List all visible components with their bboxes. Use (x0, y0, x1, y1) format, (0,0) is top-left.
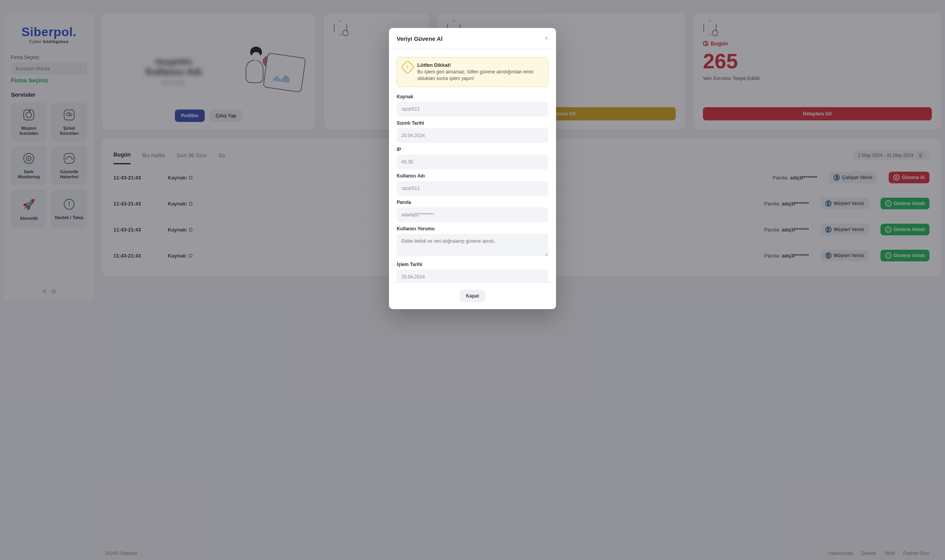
field-label-opdate: İşlem Tarihi (397, 262, 548, 267)
modal-title: Veriyi Güvene Al (397, 35, 443, 42)
field-label-source: Kaynak (397, 94, 548, 99)
secure-data-modal: Veriyi Güvene Al × ! Lütfen Dikkat! Bu i… (389, 28, 556, 309)
alert-desc: Bu işlem geri alınamaz, lütfen güvene al… (417, 69, 542, 82)
field-username[interactable] (397, 181, 548, 196)
field-leakdate[interactable] (397, 128, 548, 143)
field-label-leakdate: Sızıntı Tarihi (397, 120, 548, 126)
field-label-password: Parola (397, 200, 548, 205)
field-comment[interactable] (397, 234, 548, 256)
alert-title: Lütfen Dikkat! (417, 62, 542, 68)
field-label-comment: Kullanıcı Yorumu (397, 226, 548, 231)
field-opdate[interactable] (397, 270, 548, 282)
field-label-username: Kullanıcı Adı (397, 173, 548, 179)
field-label-ip: IP (397, 147, 548, 152)
modal-alert: ! Lütfen Dikkat! Bu işlem geri alınamaz,… (397, 57, 548, 87)
field-ip[interactable] (397, 155, 548, 169)
field-source[interactable] (397, 102, 548, 117)
modal-close-button[interactable]: × (545, 35, 548, 42)
modal-close-footer-button[interactable]: Kapat (460, 290, 485, 302)
alert-icon: ! (401, 60, 415, 75)
field-password[interactable] (397, 207, 548, 222)
